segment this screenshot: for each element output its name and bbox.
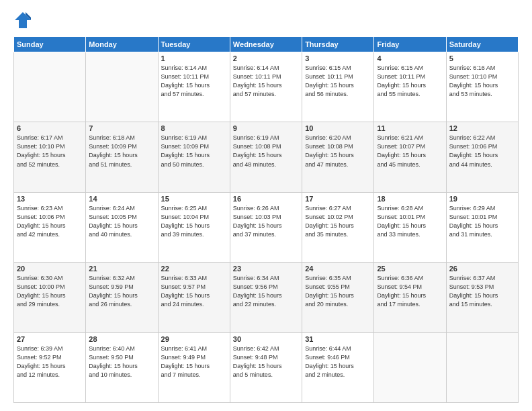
day-info: Sunrise: 6:19 AM Sunset: 10:09 PM Daylig… <box>161 134 227 169</box>
day-number: 8 <box>161 124 227 132</box>
calendar-cell: 9Sunrise: 6:19 AM Sunset: 10:08 PM Dayli… <box>230 122 302 192</box>
day-info: Sunrise: 6:26 AM Sunset: 10:03 PM Daylig… <box>233 204 299 239</box>
day-number: 29 <box>161 335 227 343</box>
day-number: 27 <box>17 335 83 343</box>
day-number: 31 <box>305 335 371 343</box>
calendar-cell: 17Sunrise: 6:27 AM Sunset: 10:02 PM Dayl… <box>302 192 374 262</box>
calendar-cell: 25Sunrise: 6:36 AM Sunset: 9:54 PM Dayli… <box>374 263 446 332</box>
calendar-week: 1Sunrise: 6:14 AM Sunset: 10:11 PM Dayli… <box>14 52 519 122</box>
day-number: 3 <box>305 54 371 62</box>
day-info: Sunrise: 6:29 AM Sunset: 10:01 PM Daylig… <box>449 204 515 239</box>
calendar-cell: 26Sunrise: 6:37 AM Sunset: 9:53 PM Dayli… <box>446 263 518 332</box>
calendar-cell: 13Sunrise: 6:23 AM Sunset: 10:06 PM Dayl… <box>14 192 86 262</box>
day-info: Sunrise: 6:15 AM Sunset: 10:11 PM Daylig… <box>305 64 371 99</box>
day-number: 5 <box>449 54 515 62</box>
day-number: 6 <box>17 124 83 132</box>
day-number: 19 <box>449 195 515 203</box>
day-info: Sunrise: 6:34 AM Sunset: 9:56 PM Dayligh… <box>233 274 299 309</box>
day-number: 16 <box>233 195 299 203</box>
day-info: Sunrise: 6:21 AM Sunset: 10:07 PM Daylig… <box>377 134 443 169</box>
calendar-cell <box>14 52 86 122</box>
calendar-cell: 20Sunrise: 6:30 AM Sunset: 10:00 PM Dayl… <box>14 263 86 332</box>
calendar-cell: 10Sunrise: 6:20 AM Sunset: 10:08 PM Dayl… <box>302 122 374 192</box>
calendar-cell: 11Sunrise: 6:21 AM Sunset: 10:07 PM Dayl… <box>374 122 446 192</box>
day-info: Sunrise: 6:16 AM Sunset: 10:10 PM Daylig… <box>449 64 515 99</box>
calendar-cell: 2Sunrise: 6:14 AM Sunset: 10:11 PM Dayli… <box>230 52 302 122</box>
day-info: Sunrise: 6:30 AM Sunset: 10:00 PM Daylig… <box>17 274 83 309</box>
day-number: 9 <box>233 124 299 132</box>
calendar-cell: 21Sunrise: 6:32 AM Sunset: 9:59 PM Dayli… <box>86 263 158 332</box>
day-info: Sunrise: 6:39 AM Sunset: 9:52 PM Dayligh… <box>17 345 83 379</box>
calendar-cell: 15Sunrise: 6:25 AM Sunset: 10:04 PM Dayl… <box>158 192 230 262</box>
calendar: SundayMondayTuesdayWednesdayThursdayFrid… <box>13 36 519 403</box>
day-info: Sunrise: 6:35 AM Sunset: 9:55 PM Dayligh… <box>305 274 371 309</box>
day-header: Thursday <box>302 37 374 52</box>
day-info: Sunrise: 6:42 AM Sunset: 9:48 PM Dayligh… <box>233 345 299 379</box>
calendar-cell: 27Sunrise: 6:39 AM Sunset: 9:52 PM Dayli… <box>14 332 86 402</box>
day-info: Sunrise: 6:17 AM Sunset: 10:10 PM Daylig… <box>17 134 83 169</box>
calendar-cell: 30Sunrise: 6:42 AM Sunset: 9:48 PM Dayli… <box>230 332 302 402</box>
calendar-cell: 23Sunrise: 6:34 AM Sunset: 9:56 PM Dayli… <box>230 263 302 332</box>
day-info: Sunrise: 6:40 AM Sunset: 9:50 PM Dayligh… <box>89 345 154 379</box>
day-info: Sunrise: 6:20 AM Sunset: 10:08 PM Daylig… <box>305 134 371 169</box>
calendar-cell: 8Sunrise: 6:19 AM Sunset: 10:09 PM Dayli… <box>158 122 230 192</box>
day-info: Sunrise: 6:14 AM Sunset: 10:11 PM Daylig… <box>233 64 299 99</box>
day-info: Sunrise: 6:37 AM Sunset: 9:53 PM Dayligh… <box>449 274 515 309</box>
day-number: 23 <box>233 265 299 273</box>
day-number: 22 <box>161 265 227 273</box>
calendar-body: 1Sunrise: 6:14 AM Sunset: 10:11 PM Dayli… <box>14 52 519 403</box>
calendar-cell <box>446 332 518 402</box>
day-number: 1 <box>161 54 227 62</box>
day-number: 26 <box>449 265 515 273</box>
day-header: Saturday <box>446 37 518 52</box>
day-number: 20 <box>17 265 83 273</box>
svg-marker-0 <box>15 12 31 28</box>
day-header: Wednesday <box>230 37 302 52</box>
calendar-cell: 18Sunrise: 6:28 AM Sunset: 10:01 PM Dayl… <box>374 192 446 262</box>
calendar-cell: 29Sunrise: 6:41 AM Sunset: 9:49 PM Dayli… <box>158 332 230 402</box>
calendar-week: 6Sunrise: 6:17 AM Sunset: 10:10 PM Dayli… <box>14 122 519 192</box>
calendar-cell: 22Sunrise: 6:33 AM Sunset: 9:57 PM Dayli… <box>158 263 230 332</box>
logo <box>13 11 34 30</box>
calendar-cell: 7Sunrise: 6:18 AM Sunset: 10:09 PM Dayli… <box>86 122 158 192</box>
day-number: 15 <box>161 195 227 203</box>
calendar-cell: 4Sunrise: 6:15 AM Sunset: 10:11 PM Dayli… <box>374 52 446 122</box>
day-number: 12 <box>449 124 515 132</box>
day-number: 13 <box>17 195 83 203</box>
day-header: Sunday <box>14 37 86 52</box>
calendar-cell <box>374 332 446 402</box>
day-info: Sunrise: 6:24 AM Sunset: 10:05 PM Daylig… <box>89 204 154 239</box>
day-info: Sunrise: 6:14 AM Sunset: 10:11 PM Daylig… <box>161 64 227 99</box>
day-number: 24 <box>305 265 371 273</box>
calendar-cell: 19Sunrise: 6:29 AM Sunset: 10:01 PM Dayl… <box>446 192 518 262</box>
day-header: Tuesday <box>158 37 230 52</box>
day-number: 17 <box>305 195 371 203</box>
page: SundayMondayTuesdayWednesdayThursdayFrid… <box>0 0 532 411</box>
header-row: SundayMondayTuesdayWednesdayThursdayFrid… <box>14 37 519 52</box>
day-number: 30 <box>233 335 299 343</box>
day-number: 10 <box>305 124 371 132</box>
logo-icon <box>13 11 32 30</box>
calendar-cell <box>86 52 158 122</box>
day-number: 4 <box>377 54 443 62</box>
calendar-header: SundayMondayTuesdayWednesdayThursdayFrid… <box>14 37 519 52</box>
day-number: 14 <box>89 195 154 203</box>
day-number: 25 <box>377 265 443 273</box>
day-info: Sunrise: 6:44 AM Sunset: 9:46 PM Dayligh… <box>305 345 371 379</box>
calendar-week: 27Sunrise: 6:39 AM Sunset: 9:52 PM Dayli… <box>14 332 519 402</box>
day-number: 11 <box>377 124 443 132</box>
calendar-cell: 12Sunrise: 6:22 AM Sunset: 10:06 PM Dayl… <box>446 122 518 192</box>
day-info: Sunrise: 6:18 AM Sunset: 10:09 PM Daylig… <box>89 134 154 169</box>
day-info: Sunrise: 6:36 AM Sunset: 9:54 PM Dayligh… <box>377 274 443 309</box>
calendar-week: 20Sunrise: 6:30 AM Sunset: 10:00 PM Dayl… <box>14 263 519 332</box>
calendar-cell: 3Sunrise: 6:15 AM Sunset: 10:11 PM Dayli… <box>302 52 374 122</box>
day-info: Sunrise: 6:22 AM Sunset: 10:06 PM Daylig… <box>449 134 515 169</box>
calendar-cell: 6Sunrise: 6:17 AM Sunset: 10:10 PM Dayli… <box>14 122 86 192</box>
day-info: Sunrise: 6:23 AM Sunset: 10:06 PM Daylig… <box>17 204 83 239</box>
calendar-week: 13Sunrise: 6:23 AM Sunset: 10:06 PM Dayl… <box>14 192 519 262</box>
calendar-cell: 1Sunrise: 6:14 AM Sunset: 10:11 PM Dayli… <box>158 52 230 122</box>
calendar-cell: 28Sunrise: 6:40 AM Sunset: 9:50 PM Dayli… <box>86 332 158 402</box>
calendar-cell: 31Sunrise: 6:44 AM Sunset: 9:46 PM Dayli… <box>302 332 374 402</box>
day-number: 21 <box>89 265 154 273</box>
calendar-cell: 5Sunrise: 6:16 AM Sunset: 10:10 PM Dayli… <box>446 52 518 122</box>
